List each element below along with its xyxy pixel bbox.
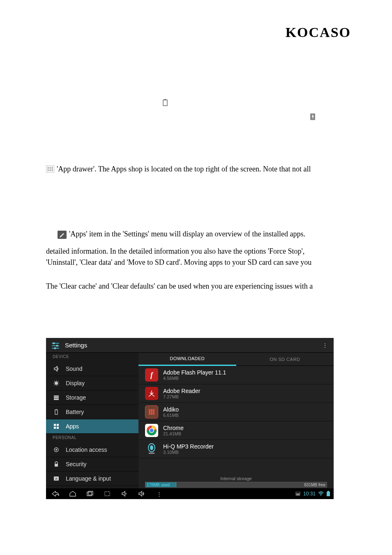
svg-point-6 [52,166,53,168]
svg-rect-24 [55,410,58,414]
app-name: Aldiko [163,406,179,413]
sidebar-item-location[interactable]: Location access [46,443,138,457]
document-line: detailed information. In the detailed in… [46,246,351,257]
settings-title: Settings [65,342,322,349]
sidebar-item-storage[interactable]: Storage [46,391,138,405]
svg-rect-25 [56,409,57,410]
app-drawer-icon [46,165,54,173]
overflow-menu-button[interactable]: ⋮ [322,342,329,349]
section-header-device: DEVICE [46,353,138,362]
app-name: Adobe Flash Player 11.1 [163,369,226,376]
menu-button[interactable]: ⋮ [153,489,165,498]
sidebar-label: Battery [66,409,84,415]
lock-icon [53,460,60,468]
svg-point-8 [50,168,51,169]
app-icon-chrome [145,424,158,437]
home-button[interactable] [67,489,79,498]
sidebar-label: Storage [66,394,86,401]
sidebar-item-language[interactable]: A Language & input [46,472,138,486]
svg-rect-37 [153,409,154,415]
sidebar-item-apps[interactable]: Apps [46,419,138,434]
sound-icon [53,365,60,372]
svg-rect-51 [327,491,329,492]
sidebar-item-battery[interactable]: Battery [46,405,138,419]
battery-icon [53,408,60,416]
app-size: 4.56MB [163,376,226,381]
document-line: 'Uninstall', 'Clear data' and 'Move to S… [46,257,351,268]
document-line: 'App drawer'. The Apps shop is located o… [57,165,311,173]
section-header-personal: PERSONAL [46,434,138,443]
app-row[interactable]: Adobe Reader 7.27MB [138,384,334,403]
svg-point-5 [50,166,51,168]
svg-point-43 [150,445,153,450]
svg-rect-46 [88,491,93,495]
volume-down-button[interactable] [118,489,131,498]
sidebar-label: Display [66,380,85,386]
settings-sliders-icon [51,341,60,350]
app-size: 7.27MB [163,394,200,399]
back-button[interactable] [49,489,62,498]
svg-point-9 [52,168,53,169]
notification-icon [295,491,301,497]
sidebar-item-display[interactable]: Display [46,376,138,391]
location-icon [53,446,60,453]
status-tray[interactable]: 10:31 [295,491,330,497]
svg-point-31 [55,449,57,451]
sidebar-item-security[interactable]: Security [46,457,138,472]
svg-rect-27 [57,424,59,426]
apps-list[interactable]: f Adobe Flash Player 11.1 4.56MB Adobe R… [138,366,334,476]
sidebar-label: Security [66,461,87,467]
document-line: The 'Clear cache' and 'Clear defaults' c… [46,281,351,292]
svg-point-11 [50,170,51,171]
app-row[interactable]: Aldiko 6.61MB [138,403,334,421]
app-icon-aldiko [145,405,158,419]
battery-status-icon [326,491,330,497]
storage-free-text: 831MB free [304,483,325,487]
storage-label: Internal storage [145,476,327,481]
app-row[interactable]: f Adobe Flash Player 11.1 4.56MB [138,366,334,384]
display-icon [53,379,60,387]
power-icon [310,113,316,120]
language-icon: A [53,475,60,482]
storage-icon [53,394,60,401]
svg-point-41 [150,429,154,432]
svg-rect-50 [327,492,330,496]
app-row[interactable]: Hi-Q MP3 Recorder 3.10MB [138,440,334,458]
apps-settings-icon [58,231,67,239]
document-line: 'Apps' item in the 'Settings' menu will … [69,230,305,238]
svg-point-49 [321,495,321,496]
svg-rect-35 [149,409,150,415]
storage-bar: 178MB used 831MB free [145,482,327,488]
volume-up-button[interactable] [136,489,148,498]
storage-summary: Internal storage 178MB used 831MB free [138,476,334,488]
screenshot-button[interactable] [101,489,113,498]
tab-downloaded[interactable]: DOWNLOADED [138,352,236,366]
app-size: 6.61MB [163,413,179,418]
svg-point-20 [55,382,58,385]
brand-logo: KOCASO [286,25,351,40]
apps-tabs: DOWNLOADED ON SD CARD [138,353,334,366]
sidebar-label: Sound [66,365,82,372]
app-name: Hi-Q MP3 Recorder [163,443,214,450]
sidebar-label: Language & input [66,475,111,482]
svg-point-17 [56,345,58,347]
tab-onsdcard[interactable]: ON SD CARD [236,353,334,365]
svg-rect-32 [55,464,58,467]
settings-titlebar: Settings ⋮ [46,338,334,353]
sidebar-item-sound[interactable]: Sound [46,362,138,376]
svg-rect-21 [54,395,59,397]
svg-point-10 [48,170,49,171]
app-size: 21.41MB [163,431,184,436]
app-row[interactable]: Chrome 21.41MB [138,421,334,440]
settings-main-panel: DOWNLOADED ON SD CARD f Adobe Flash Play… [138,353,334,488]
document-text: 'Apps' item in the 'Settings' menu will … [58,229,351,240]
sidebar-item-backup[interactable]: Backup & reset [46,486,138,488]
sidebar-label: Location access [66,446,107,453]
svg-rect-1 [164,99,166,100]
sidebar-label: Apps [66,423,79,430]
svg-point-12 [52,170,53,171]
app-name: Chrome [163,425,184,431]
wifi-icon [318,491,324,496]
recents-button[interactable] [84,489,96,498]
svg-point-15 [53,342,55,344]
